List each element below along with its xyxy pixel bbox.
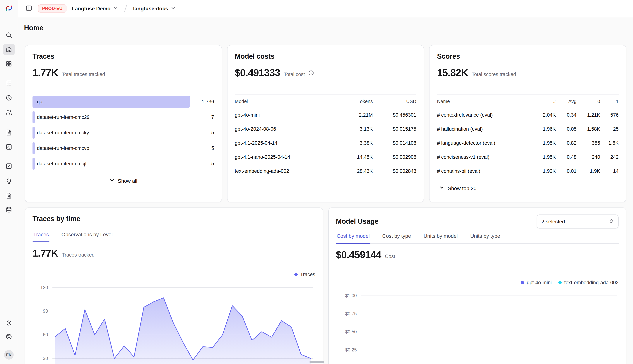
- trace-bar-count: 1,736: [193, 99, 214, 104]
- settings-button[interactable]: [3, 318, 15, 329]
- cell-zero: 355: [576, 140, 600, 146]
- project-switcher[interactable]: langfuse-docs: [132, 4, 177, 13]
- table-row: # contextrelevance (eval)2.04K0.341.21K5…: [437, 108, 618, 122]
- sidebar-item-playground[interactable]: [3, 142, 15, 153]
- sidebar-item-judge[interactable]: [3, 176, 15, 187]
- support-button[interactable]: [3, 332, 15, 342]
- svg-text:$1.00: $1.00: [345, 293, 357, 298]
- svg-text:$0.75: $0.75: [345, 311, 357, 316]
- table-row: # contains-pii (eval)1.92K0.011.9K14: [437, 164, 618, 178]
- horizontal-scrollbar-thumb[interactable]: [309, 361, 324, 363]
- cell-model: gpt-4.1-nano-2025-04-14: [235, 154, 332, 160]
- model-usage-card: Model Usage 2 selected Cost by model Cos…: [328, 208, 626, 364]
- trace-bar-label: dataset-run-item-cmc29: [33, 111, 90, 123]
- sidebar-item-sessions[interactable]: [3, 93, 15, 104]
- model-usage-tabs: Cost by model Cost by type Units by mode…: [336, 233, 618, 244]
- trace-bar-label: dataset-run-item-cmcvp: [33, 142, 89, 154]
- table-header: Name # Avg 0 1: [437, 94, 618, 108]
- cell-one: 242: [600, 154, 618, 160]
- sidebar-item-home[interactable]: [3, 44, 15, 55]
- lifebuoy-icon: [6, 333, 12, 341]
- traces-by-time-metric-value: 1.77K: [33, 247, 58, 259]
- cell-name: # contextrelevance (eval): [437, 112, 533, 118]
- project-name: langfuse-docs: [133, 6, 168, 12]
- show-all-button[interactable]: Show all: [106, 175, 141, 186]
- kpi-row: Traces 1.77K Total traces tracked qa 1,7…: [25, 45, 626, 202]
- tab-cost-by-type[interactable]: Cost by type: [381, 233, 412, 243]
- legend-dot: [558, 281, 562, 284]
- org-switcher[interactable]: Langfuse Demo: [71, 4, 119, 13]
- legend-dot: [521, 281, 524, 284]
- traces-by-time-tabs: Traces Observations by Level: [33, 232, 315, 242]
- show-top-20-button[interactable]: Show top 20: [436, 183, 480, 194]
- sidebar-bottom: FK: [3, 318, 15, 364]
- traces-card: Traces 1.77K Total traces tracked qa 1,7…: [25, 45, 222, 202]
- table-header: Model Tokens USD: [235, 94, 416, 108]
- model-costs-metric-value: $0.491333: [235, 67, 280, 79]
- home-icon: [6, 46, 12, 53]
- sidebar-item-tracing[interactable]: [3, 78, 15, 89]
- model-costs-metric: $0.491333 Total cost: [235, 67, 416, 79]
- user-avatar[interactable]: FK: [4, 350, 14, 360]
- cell-name: # language-detector (eval): [437, 140, 533, 146]
- prompts-icon: [6, 129, 12, 137]
- tab-cost-by-model[interactable]: Cost by model: [336, 233, 370, 243]
- model-costs-metric-label: Total cost: [284, 72, 305, 77]
- sidebar-item-annotation[interactable]: [3, 190, 15, 202]
- table-row: gpt-4o-mini2.21M$0.456301: [235, 108, 416, 122]
- info-icon[interactable]: [309, 70, 314, 76]
- cell-avg: 0.82: [556, 140, 576, 146]
- tab-observations-by-level[interactable]: Observations by Level: [61, 232, 113, 242]
- col-zero: 0: [576, 98, 600, 104]
- sidebar-toggle-button[interactable]: [24, 3, 34, 14]
- tab-units-by-type[interactable]: Units by type: [470, 233, 501, 243]
- sidebar-item-users[interactable]: [3, 107, 15, 118]
- table-row: gpt-4.1-2025-04-143.38K$0.014108: [235, 136, 416, 150]
- cell-zero: 240: [576, 154, 600, 160]
- model-costs-title: Model costs: [235, 52, 416, 61]
- model-filter-value: 2 selected: [541, 218, 565, 224]
- topbar: PROD-EU Langfuse Demo langfuse-docs: [18, 0, 633, 17]
- cell-usd: $0.015175: [373, 126, 416, 132]
- trace-bar-row[interactable]: dataset-run-item-cmcky 5: [33, 126, 214, 139]
- model-usage-title: Model Usage: [336, 217, 378, 226]
- trace-bar-row[interactable]: qa 1,736: [33, 96, 214, 108]
- chevron-down-icon: [439, 185, 445, 192]
- langfuse-logo[interactable]: [5, 4, 13, 12]
- col-one: 1: [600, 98, 618, 104]
- tab-units-by-model[interactable]: Units by model: [423, 233, 458, 243]
- dashboards-icon: [6, 60, 12, 68]
- legend-item-gpt-4o-mini: gpt-4o-mini: [521, 280, 552, 285]
- trace-bar-row[interactable]: dataset-run-item-cmcjf 5: [33, 158, 214, 170]
- trace-bar-label: dataset-run-item-cmcjf: [33, 158, 87, 170]
- sidebar-item-dashboards[interactable]: [3, 59, 15, 70]
- traces-metric: 1.77K Total traces tracked: [33, 67, 214, 79]
- page-header: Home: [18, 17, 633, 39]
- cell-usd: $0.014108: [373, 140, 416, 146]
- cell-usd: $0.002906: [373, 154, 416, 160]
- trace-bar-row[interactable]: dataset-run-item-cmc29 7: [33, 111, 214, 123]
- sidebar-item-search[interactable]: [3, 30, 15, 41]
- table-row: # conciseness-v1 (eval)1.95K0.48240242: [437, 150, 618, 164]
- users-icon: [6, 109, 12, 116]
- sidebar-item-prompts[interactable]: [3, 127, 15, 138]
- tracing-icon: [6, 80, 12, 87]
- model-filter-select[interactable]: 2 selected: [537, 214, 618, 228]
- svg-text:$0.50: $0.50: [345, 329, 357, 334]
- show-all-label: Show all: [118, 178, 137, 184]
- search-icon: [6, 32, 12, 39]
- sidebar-item-evaluation[interactable]: [3, 161, 15, 172]
- model-usage-metric-label: Cost: [385, 254, 395, 259]
- org-name: Langfuse Demo: [72, 6, 111, 12]
- trace-bar-count: 5: [193, 130, 214, 136]
- tab-traces[interactable]: Traces: [33, 232, 50, 242]
- sidebar-item-datasets[interactable]: [3, 204, 15, 216]
- svg-text:30: 30: [43, 356, 48, 361]
- traces-metric-label: Total traces tracked: [62, 72, 105, 77]
- cell-name: # conciseness-v1 (eval): [437, 154, 533, 160]
- trace-bar-row[interactable]: dataset-run-item-cmcvp 5: [33, 142, 214, 154]
- col-usd: USD: [373, 98, 416, 104]
- model-usage-metric-value: $0.459144: [336, 249, 381, 261]
- app-layout: FK PROD-EU Langfuse Demo langfuse-docs H…: [0, 0, 633, 364]
- lightbulb-icon: [6, 178, 12, 185]
